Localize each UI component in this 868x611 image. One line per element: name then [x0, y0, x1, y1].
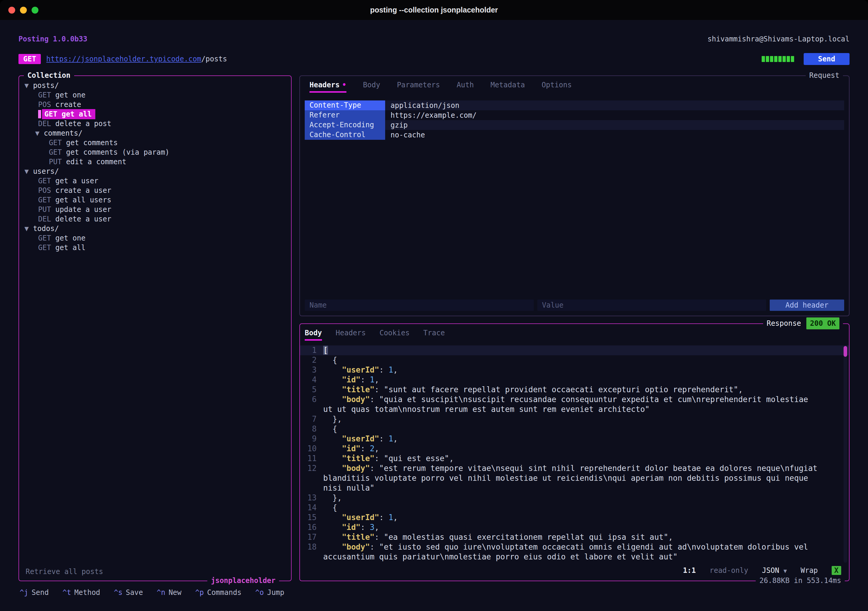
- line-number: 15: [300, 513, 323, 522]
- token: [323, 454, 342, 463]
- header-value-input[interactable]: [537, 300, 766, 311]
- tab-headers[interactable]: Headers•: [310, 80, 346, 93]
- code-line: 10 "id": 2,: [300, 444, 849, 454]
- tree-folder[interactable]: ▼ users/: [22, 166, 288, 176]
- line-number: 8: [300, 424, 323, 434]
- code-text: {: [323, 355, 821, 365]
- header-row[interactable]: Refererhttps://example.com/: [305, 110, 844, 120]
- token: ,: [449, 454, 454, 463]
- zoom-button[interactable]: [32, 6, 39, 13]
- cursor-position: 1:1: [683, 566, 696, 575]
- line-number: 13: [300, 493, 323, 503]
- token: "sunt aut facere repellat provident occa…: [384, 385, 738, 394]
- tree-request[interactable]: PUT update a user: [22, 205, 288, 214]
- tree-request[interactable]: GET get comments: [22, 138, 288, 148]
- progress-block-icon: [762, 56, 765, 62]
- shortcut-label: Send: [32, 588, 49, 597]
- token: [323, 385, 342, 394]
- minimize-button[interactable]: [20, 6, 27, 13]
- token: 1: [388, 513, 393, 522]
- url-input[interactable]: https://jsonplaceholder.typicode.com/pos…: [46, 55, 756, 63]
- chevron-down-icon: ▼: [25, 81, 29, 90]
- tree-request[interactable]: GET get a user: [22, 176, 288, 186]
- header-row[interactable]: Cache-Controlno-cache: [305, 130, 844, 140]
- tree-request[interactable]: GET get one: [22, 233, 288, 243]
- code-text: "title": "qui est esse",: [323, 454, 821, 463]
- shortcut-key: ^o: [255, 588, 264, 597]
- tree-request[interactable]: POS create a user: [22, 186, 288, 195]
- response-tabs: BodyHeadersCookiesTrace: [300, 328, 849, 340]
- header-value-cell: no-cache: [385, 131, 844, 139]
- token: ,: [393, 365, 398, 374]
- request-item: DEL delete a user: [38, 215, 112, 223]
- folder-name: posts/: [29, 81, 59, 90]
- shortcut-save[interactable]: ^sSave: [114, 588, 143, 597]
- request-item: DEL delete a post: [38, 120, 112, 128]
- shortcut-method[interactable]: ^tMethod: [62, 588, 101, 597]
- tab-headers[interactable]: Headers: [336, 328, 366, 340]
- tree-request[interactable]: PUT edit a comment: [22, 157, 288, 166]
- token: :: [379, 434, 388, 443]
- tab-auth[interactable]: Auth: [457, 80, 474, 93]
- request-tabs: Headers•BodyParametersAuthMetadataOption…: [305, 80, 844, 93]
- token: {: [323, 424, 337, 433]
- method-label: GET: [49, 138, 62, 147]
- header-name-input[interactable]: [305, 300, 534, 311]
- line-number: 14: [300, 503, 323, 513]
- scrollbar-thumb[interactable]: [843, 346, 847, 357]
- response-body[interactable]: 1[2 {3 "userId": 1,4 "id": 1,5 "title": …: [300, 344, 849, 564]
- request-item: PUT edit a comment: [49, 158, 126, 166]
- tree-request[interactable]: POS create: [22, 100, 288, 109]
- tree-request[interactable]: GET get one: [22, 90, 288, 100]
- collection-tree: ▼ posts/GET get onePOS createGET get all…: [22, 81, 288, 252]
- wrap-toggle[interactable]: X: [832, 566, 841, 575]
- code-line: 16 "id": 3,: [300, 522, 849, 532]
- window-title: posting --collection jsonplaceholder: [370, 6, 498, 14]
- method-label: PUT: [49, 158, 62, 166]
- token: [323, 434, 342, 443]
- collection-title: Collection: [24, 70, 74, 81]
- tree-request[interactable]: DEL delete a user: [22, 214, 288, 224]
- scrollbar[interactable]: [843, 346, 847, 563]
- tab-label: Body: [305, 329, 322, 337]
- token: "id": [342, 375, 361, 384]
- token: [323, 533, 342, 541]
- tree-request[interactable]: GET get all: [22, 109, 288, 119]
- format-select[interactable]: JSON ▼: [762, 566, 787, 575]
- method-badge[interactable]: GET: [19, 54, 41, 64]
- token: ,: [374, 444, 379, 453]
- tab-metadata[interactable]: Metadata: [491, 80, 525, 93]
- token: "quia et suscipit\nsuscipit recusandae c…: [323, 395, 813, 414]
- header-row[interactable]: Accept-Encodinggzip: [305, 120, 844, 130]
- tree-folder[interactable]: ▼ todos/: [22, 224, 288, 233]
- request-item: GET get comments: [49, 138, 118, 147]
- request-name: get one: [51, 91, 85, 99]
- token: 3: [370, 523, 375, 532]
- line-number: 9: [300, 434, 323, 444]
- shortcut-jump[interactable]: ^oJump: [255, 588, 284, 597]
- add-header-button[interactable]: Add header: [770, 300, 844, 311]
- method-label: PUT: [38, 205, 51, 214]
- header-row[interactable]: Content-Typeapplication/json: [305, 100, 844, 110]
- tab-options[interactable]: Options: [541, 80, 572, 93]
- shortcut-send[interactable]: ^jSend: [20, 588, 49, 597]
- tab-body[interactable]: Body: [305, 328, 322, 340]
- tab-body[interactable]: Body: [363, 80, 380, 93]
- shortcut-new[interactable]: ^nNew: [157, 588, 181, 597]
- request-name: update a user: [51, 205, 111, 214]
- tree-request[interactable]: GET get all users: [22, 195, 288, 205]
- code-line: 9 "userId": 1,: [300, 434, 849, 444]
- tab-cookies[interactable]: Cookies: [380, 328, 409, 340]
- tree-request[interactable]: GET get comments (via param): [22, 148, 288, 157]
- request-name: get comments (via param): [62, 148, 169, 157]
- tree-request[interactable]: GET get all: [22, 243, 288, 252]
- tree-folder[interactable]: ▼ comments/: [22, 129, 288, 138]
- token: :: [374, 454, 384, 463]
- tree-folder[interactable]: ▼ posts/: [22, 81, 288, 90]
- shortcut-commands[interactable]: ^pCommands: [195, 588, 242, 597]
- tree-request[interactable]: DEL delete a post: [22, 119, 288, 129]
- tab-parameters[interactable]: Parameters: [397, 80, 440, 93]
- send-button[interactable]: Send: [804, 53, 849, 65]
- close-button[interactable]: [8, 6, 15, 13]
- tab-trace[interactable]: Trace: [423, 328, 445, 340]
